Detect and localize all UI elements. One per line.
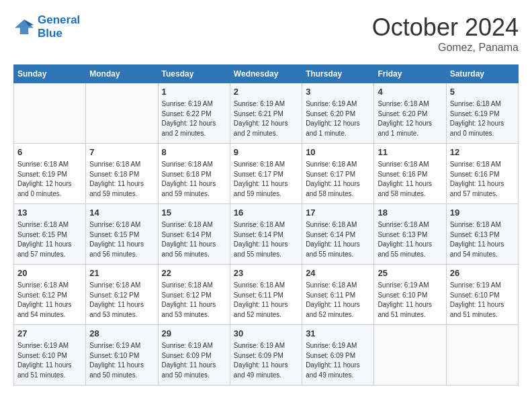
day-info: Sunrise: 6:18 AM Sunset: 6:12 PM Dayligh… [17, 281, 82, 320]
calendar-cell: 5Sunrise: 6:18 AM Sunset: 6:19 PM Daylig… [446, 83, 518, 144]
day-info: Sunrise: 6:18 AM Sunset: 6:17 PM Dayligh… [306, 160, 370, 199]
calendar-cell: 12Sunrise: 6:18 AM Sunset: 6:16 PM Dayli… [446, 144, 518, 204]
calendar-cell: 7Sunrise: 6:18 AM Sunset: 6:18 PM Daylig… [86, 144, 158, 204]
calendar-week-3: 20Sunrise: 6:18 AM Sunset: 6:12 PM Dayli… [14, 265, 519, 325]
day-number: 16 [234, 207, 298, 219]
calendar-cell: 1Sunrise: 6:19 AM Sunset: 6:22 PM Daylig… [158, 83, 230, 144]
calendar-cell: 21Sunrise: 6:18 AM Sunset: 6:12 PM Dayli… [86, 265, 158, 325]
calendar-cell: 16Sunrise: 6:18 AM Sunset: 6:14 PM Dayli… [230, 204, 302, 265]
weekday-header-tuesday: Tuesday [158, 65, 230, 83]
day-info: Sunrise: 6:19 AM Sunset: 6:21 PM Dayligh… [234, 99, 298, 138]
day-number: 8 [162, 146, 226, 158]
calendar-cell: 10Sunrise: 6:18 AM Sunset: 6:17 PM Dayli… [302, 144, 374, 204]
day-info: Sunrise: 6:18 AM Sunset: 6:12 PM Dayligh… [89, 281, 154, 320]
day-info: Sunrise: 6:18 AM Sunset: 6:17 PM Dayligh… [234, 160, 298, 199]
calendar-cell [374, 325, 446, 385]
calendar-week-1: 6Sunrise: 6:18 AM Sunset: 6:19 PM Daylig… [14, 144, 519, 204]
calendar-cell: 18Sunrise: 6:18 AM Sunset: 6:13 PM Dayli… [374, 204, 446, 265]
calendar-cell: 22Sunrise: 6:18 AM Sunset: 6:12 PM Dayli… [158, 265, 230, 325]
calendar-week-2: 13Sunrise: 6:18 AM Sunset: 6:15 PM Dayli… [14, 204, 519, 265]
day-info: Sunrise: 6:19 AM Sunset: 6:20 PM Dayligh… [306, 99, 370, 138]
day-info: Sunrise: 6:18 AM Sunset: 6:16 PM Dayligh… [450, 160, 515, 199]
calendar-cell [14, 83, 86, 144]
logo: General Blue [13, 13, 80, 41]
weekday-header-friday: Friday [374, 65, 446, 83]
day-number: 10 [306, 146, 370, 158]
day-number: 17 [306, 207, 370, 219]
day-number: 18 [378, 207, 442, 219]
day-number: 26 [450, 267, 515, 279]
day-info: Sunrise: 6:19 AM Sunset: 6:10 PM Dayligh… [17, 341, 82, 380]
logo-icon [13, 17, 35, 36]
calendar-cell: 4Sunrise: 6:18 AM Sunset: 6:20 PM Daylig… [374, 83, 446, 144]
day-info: Sunrise: 6:18 AM Sunset: 6:16 PM Dayligh… [378, 160, 442, 199]
calendar-cell [86, 83, 158, 144]
day-info: Sunrise: 6:19 AM Sunset: 6:09 PM Dayligh… [306, 341, 370, 380]
calendar-cell [446, 325, 518, 385]
day-info: Sunrise: 6:18 AM Sunset: 6:14 PM Dayligh… [162, 220, 226, 259]
day-info: Sunrise: 6:19 AM Sunset: 6:22 PM Dayligh… [162, 99, 226, 138]
weekday-header-wednesday: Wednesday [230, 65, 302, 83]
calendar-cell: 13Sunrise: 6:18 AM Sunset: 6:15 PM Dayli… [14, 204, 86, 265]
day-number: 25 [378, 267, 442, 279]
calendar-cell: 19Sunrise: 6:18 AM Sunset: 6:13 PM Dayli… [446, 204, 518, 265]
day-info: Sunrise: 6:18 AM Sunset: 6:15 PM Dayligh… [17, 220, 82, 259]
day-info: Sunrise: 6:19 AM Sunset: 6:10 PM Dayligh… [89, 341, 154, 380]
calendar-cell: 20Sunrise: 6:18 AM Sunset: 6:12 PM Dayli… [14, 265, 86, 325]
calendar-week-0: 1Sunrise: 6:19 AM Sunset: 6:22 PM Daylig… [14, 83, 519, 144]
day-info: Sunrise: 6:18 AM Sunset: 6:19 PM Dayligh… [17, 160, 82, 199]
day-number: 30 [234, 328, 298, 340]
day-info: Sunrise: 6:18 AM Sunset: 6:14 PM Dayligh… [234, 220, 298, 259]
day-number: 1 [162, 86, 226, 98]
day-info: Sunrise: 6:18 AM Sunset: 6:14 PM Dayligh… [306, 220, 370, 259]
calendar-cell: 6Sunrise: 6:18 AM Sunset: 6:19 PM Daylig… [14, 144, 86, 204]
calendar-body: 1Sunrise: 6:19 AM Sunset: 6:22 PM Daylig… [14, 83, 519, 385]
day-number: 20 [17, 267, 82, 279]
calendar-cell: 8Sunrise: 6:18 AM Sunset: 6:18 PM Daylig… [158, 144, 230, 204]
day-number: 14 [89, 207, 154, 219]
day-number: 28 [89, 328, 154, 340]
calendar-cell: 26Sunrise: 6:19 AM Sunset: 6:10 PM Dayli… [446, 265, 518, 325]
calendar-cell: 3Sunrise: 6:19 AM Sunset: 6:20 PM Daylig… [302, 83, 374, 144]
day-info: Sunrise: 6:18 AM Sunset: 6:19 PM Dayligh… [450, 99, 515, 138]
day-number: 6 [17, 146, 82, 158]
day-number: 22 [162, 267, 226, 279]
day-number: 2 [234, 86, 298, 98]
calendar-cell: 31Sunrise: 6:19 AM Sunset: 6:09 PM Dayli… [302, 325, 374, 385]
calendar-cell: 17Sunrise: 6:18 AM Sunset: 6:14 PM Dayli… [302, 204, 374, 265]
calendar-cell: 29Sunrise: 6:19 AM Sunset: 6:09 PM Dayli… [158, 325, 230, 385]
day-info: Sunrise: 6:18 AM Sunset: 6:20 PM Dayligh… [378, 99, 442, 138]
month-title: October 2024 [372, 13, 519, 42]
day-number: 29 [162, 328, 226, 340]
day-number: 13 [17, 207, 82, 219]
title-block: October 2024 Gomez, Panama [372, 13, 519, 54]
calendar-header: SundayMondayTuesdayWednesdayThursdayFrid… [14, 65, 519, 83]
calendar-cell: 14Sunrise: 6:18 AM Sunset: 6:15 PM Dayli… [86, 204, 158, 265]
day-number: 3 [306, 86, 370, 98]
day-info: Sunrise: 6:18 AM Sunset: 6:18 PM Dayligh… [162, 160, 226, 199]
calendar-cell: 15Sunrise: 6:18 AM Sunset: 6:14 PM Dayli… [158, 204, 230, 265]
day-info: Sunrise: 6:18 AM Sunset: 6:12 PM Dayligh… [162, 281, 226, 320]
day-info: Sunrise: 6:18 AM Sunset: 6:11 PM Dayligh… [306, 281, 370, 320]
logo-text-block: General Blue [38, 13, 80, 41]
weekday-header-sunday: Sunday [14, 65, 86, 83]
weekday-header-saturday: Saturday [446, 65, 518, 83]
calendar-cell: 28Sunrise: 6:19 AM Sunset: 6:10 PM Dayli… [86, 325, 158, 385]
day-info: Sunrise: 6:18 AM Sunset: 6:13 PM Dayligh… [450, 220, 515, 259]
logo-line2: Blue [38, 27, 80, 40]
day-number: 4 [378, 86, 442, 98]
logo-line1: General [38, 13, 80, 27]
day-number: 11 [378, 146, 442, 158]
day-number: 24 [306, 267, 370, 279]
day-info: Sunrise: 6:18 AM Sunset: 6:11 PM Dayligh… [234, 281, 298, 320]
day-info: Sunrise: 6:18 AM Sunset: 6:18 PM Dayligh… [89, 160, 154, 199]
calendar-cell: 2Sunrise: 6:19 AM Sunset: 6:21 PM Daylig… [230, 83, 302, 144]
calendar-cell: 30Sunrise: 6:19 AM Sunset: 6:09 PM Dayli… [230, 325, 302, 385]
day-number: 7 [89, 146, 154, 158]
page-header: General Blue October 2024 Gomez, Panama [13, 13, 519, 54]
calendar-cell: 25Sunrise: 6:19 AM Sunset: 6:10 PM Dayli… [374, 265, 446, 325]
day-number: 31 [306, 328, 370, 340]
day-info: Sunrise: 6:19 AM Sunset: 6:09 PM Dayligh… [234, 341, 298, 380]
calendar-table: SundayMondayTuesdayWednesdayThursdayFrid… [13, 64, 519, 385]
day-info: Sunrise: 6:18 AM Sunset: 6:15 PM Dayligh… [89, 220, 154, 259]
